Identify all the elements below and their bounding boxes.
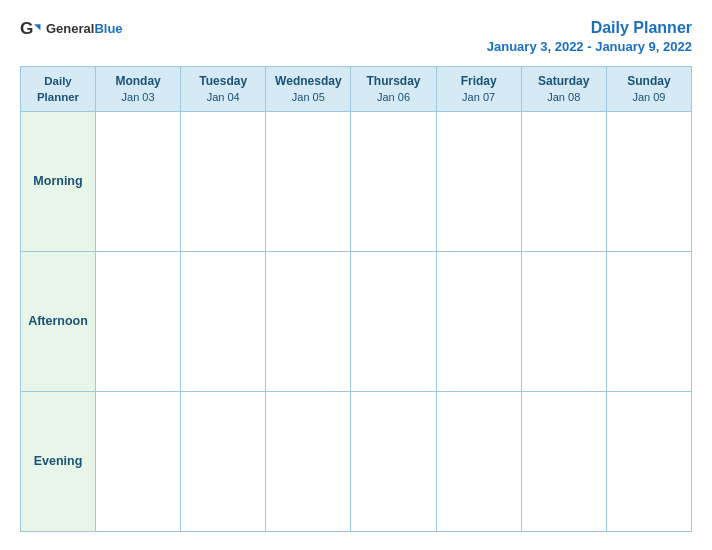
day-date-saturday: Jan 08	[524, 90, 604, 105]
afternoon-friday[interactable]	[436, 251, 521, 391]
header-daily: Daily	[44, 75, 72, 87]
evening-thursday[interactable]	[351, 391, 436, 531]
morning-saturday[interactable]	[521, 111, 606, 251]
day-name-friday: Friday	[439, 73, 519, 90]
evening-row: Evening	[21, 391, 692, 531]
header-tuesday: Tuesday Jan 04	[181, 66, 266, 111]
evening-saturday[interactable]	[521, 391, 606, 531]
header-monday: Monday Jan 03	[96, 66, 181, 111]
logo-general: General	[46, 21, 94, 36]
afternoon-label: Afternoon	[21, 251, 96, 391]
header-saturday: Saturday Jan 08	[521, 66, 606, 111]
morning-thursday[interactable]	[351, 111, 436, 251]
header-friday: Friday Jan 07	[436, 66, 521, 111]
logo-blue: Blue	[94, 21, 122, 36]
evening-friday[interactable]	[436, 391, 521, 531]
header-wednesday: Wednesday Jan 05	[266, 66, 351, 111]
header-sunday: Sunday Jan 09	[606, 66, 691, 111]
day-date-tuesday: Jan 04	[183, 90, 263, 105]
day-name-wednesday: Wednesday	[268, 73, 348, 90]
afternoon-monday[interactable]	[96, 251, 181, 391]
evening-label: Evening	[21, 391, 96, 531]
evening-sunday[interactable]	[606, 391, 691, 531]
morning-row: Morning	[21, 111, 692, 251]
header-first-col: Daily Planner	[21, 66, 96, 111]
svg-marker-1	[34, 24, 40, 30]
header-planner: Planner	[37, 91, 79, 103]
planner-date-range: January 3, 2022 - January 9, 2022	[487, 39, 692, 54]
day-date-monday: Jan 03	[98, 90, 178, 105]
morning-sunday[interactable]	[606, 111, 691, 251]
afternoon-saturday[interactable]	[521, 251, 606, 391]
evening-tuesday[interactable]	[181, 391, 266, 531]
afternoon-thursday[interactable]	[351, 251, 436, 391]
day-date-thursday: Jan 06	[353, 90, 433, 105]
morning-tuesday[interactable]	[181, 111, 266, 251]
day-date-sunday: Jan 09	[609, 90, 689, 105]
header: G GeneralBlue Daily Planner January 3, 2…	[20, 18, 692, 54]
logo-icon: G	[20, 18, 42, 40]
evening-monday[interactable]	[96, 391, 181, 531]
planner-title: Daily Planner	[487, 18, 692, 39]
evening-wednesday[interactable]	[266, 391, 351, 531]
day-name-thursday: Thursday	[353, 73, 433, 90]
morning-wednesday[interactable]	[266, 111, 351, 251]
day-date-friday: Jan 07	[439, 90, 519, 105]
header-thursday: Thursday Jan 06	[351, 66, 436, 111]
day-date-wednesday: Jan 05	[268, 90, 348, 105]
afternoon-sunday[interactable]	[606, 251, 691, 391]
day-name-sunday: Sunday	[609, 73, 689, 90]
logo-area: G GeneralBlue	[20, 18, 123, 40]
day-name-monday: Monday	[98, 73, 178, 90]
calendar-table: Daily Planner Monday Jan 03 Tuesday Jan …	[20, 66, 692, 532]
column-header-row: Daily Planner Monday Jan 03 Tuesday Jan …	[21, 66, 692, 111]
afternoon-wednesday[interactable]	[266, 251, 351, 391]
morning-label: Morning	[21, 111, 96, 251]
morning-friday[interactable]	[436, 111, 521, 251]
afternoon-row: Afternoon	[21, 251, 692, 391]
page: G GeneralBlue Daily Planner January 3, 2…	[0, 0, 712, 550]
day-name-tuesday: Tuesday	[183, 73, 263, 90]
title-area: Daily Planner January 3, 2022 - January …	[487, 18, 692, 54]
afternoon-tuesday[interactable]	[181, 251, 266, 391]
morning-monday[interactable]	[96, 111, 181, 251]
day-name-saturday: Saturday	[524, 73, 604, 90]
svg-text:G: G	[20, 18, 33, 38]
